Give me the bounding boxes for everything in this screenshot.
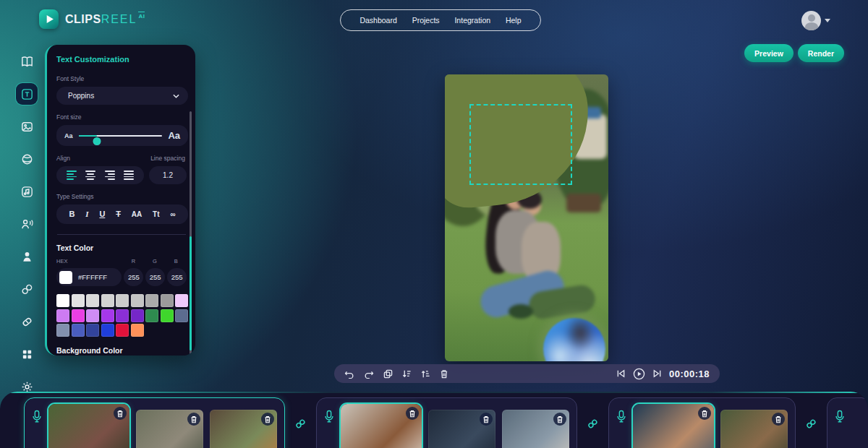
nav-projects[interactable]: Projects (412, 16, 440, 25)
color-swatch[interactable] (131, 294, 144, 307)
color-swatch[interactable] (175, 294, 188, 307)
color-swatch[interactable] (56, 324, 69, 337)
thumbnail-delete-icon[interactable] (406, 407, 419, 420)
delete-icon[interactable] (440, 369, 448, 379)
color-swatch[interactable] (116, 294, 129, 307)
color-swatch[interactable] (161, 309, 174, 322)
line-spacing-value: 1.2 (163, 171, 173, 179)
lowercase-button[interactable]: ∞ (170, 211, 175, 218)
scene-link-icon[interactable] (805, 418, 817, 430)
text-color-hex-input[interactable]: #FFFFFF (56, 268, 122, 286)
microphone-icon[interactable] (324, 410, 334, 423)
uppercase-button[interactable]: AA (132, 211, 142, 218)
media-image-icon[interactable] (16, 116, 38, 137)
skip-end-icon[interactable] (652, 369, 662, 378)
thumbnail-delete-icon[interactable] (553, 413, 566, 426)
font-size-slider[interactable] (79, 135, 163, 137)
bold-button[interactable]: B (69, 210, 75, 218)
avatar[interactable] (801, 11, 821, 30)
timeline-thumbnail-couple-outdoors[interactable] (720, 410, 788, 448)
thumbnail-delete-icon[interactable] (772, 413, 785, 426)
capitalize-button[interactable]: Tt (153, 211, 159, 218)
link-icon[interactable] (16, 278, 38, 300)
preview-button[interactable]: Preview (744, 44, 793, 62)
color-swatch[interactable] (145, 309, 158, 322)
nav-help[interactable]: Help (506, 16, 522, 25)
duplicate-icon[interactable] (383, 369, 393, 379)
thumbnail-delete-icon[interactable] (698, 407, 711, 420)
color-swatch[interactable] (56, 294, 69, 307)
user-menu[interactable] (801, 11, 830, 30)
microphone-icon[interactable] (616, 410, 626, 423)
align-justify-button[interactable] (124, 171, 134, 179)
align-left-button[interactable] (67, 171, 77, 179)
timeline-thumbnail-orange-handoff[interactable] (210, 410, 277, 448)
color-swatch[interactable] (86, 294, 99, 307)
align-right-button[interactable] (105, 171, 115, 179)
strikethrough-button[interactable]: T (116, 210, 121, 218)
timeline-thumbnail-handshake[interactable] (633, 404, 714, 448)
app-logo[interactable]: CLIPSREELAI (39, 9, 145, 29)
nav-dashboard[interactable]: Dashboard (359, 16, 396, 25)
color-palette (56, 294, 187, 337)
color-swatch[interactable] (101, 324, 114, 337)
character-icon[interactable] (16, 246, 38, 267)
color-swatch[interactable] (72, 294, 85, 307)
thumbnail-delete-icon[interactable] (480, 413, 493, 426)
timeline-thumbnail-person-at-window[interactable] (502, 410, 569, 448)
skip-start-icon[interactable] (616, 369, 626, 378)
thumbnail-delete-icon[interactable] (261, 413, 274, 426)
font-style-select[interactable]: Poppins (56, 87, 188, 105)
timeline-thumbnail-dim-indoor-crowd[interactable] (428, 410, 495, 448)
scene-link-icon[interactable] (294, 418, 307, 430)
color-swatch[interactable] (72, 309, 85, 322)
nav-integration[interactable]: Integration (454, 16, 490, 25)
music-icon[interactable] (16, 181, 38, 202)
color-swatch[interactable] (72, 324, 85, 337)
color-swatch[interactable] (101, 294, 114, 307)
line-spacing-input[interactable]: 1.2 (149, 166, 187, 184)
render-button[interactable]: Render (798, 44, 844, 62)
color-swatch[interactable] (86, 309, 99, 322)
color-swatch[interactable] (145, 294, 158, 307)
color-swatch[interactable] (116, 324, 129, 337)
video-preview-canvas[interactable] (445, 74, 608, 361)
apps-grid-icon[interactable] (16, 343, 38, 365)
panel-scrollbar-thumb[interactable] (190, 236, 192, 350)
italic-button[interactable]: I (85, 210, 88, 218)
timeline-thumbnail-man-with-cow[interactable] (341, 404, 422, 448)
color-swatch[interactable] (101, 309, 114, 322)
text-color-g-input[interactable]: 255 (145, 268, 165, 286)
timeline-thumbnail-family-hug-lawn[interactable] (48, 404, 129, 448)
text-color-r-input[interactable]: 255 (124, 268, 143, 286)
voiceover-icon[interactable] (16, 213, 38, 235)
color-swatch[interactable] (161, 294, 174, 307)
scene-globe-icon[interactable] (16, 148, 38, 170)
thumbnail-delete-icon[interactable] (187, 413, 200, 426)
color-swatch[interactable] (175, 309, 188, 322)
text-icon[interactable] (16, 83, 38, 105)
text-selection-box[interactable] (469, 104, 572, 185)
color-swatch[interactable] (86, 324, 99, 337)
microphone-icon[interactable] (835, 410, 845, 423)
align-center-button[interactable] (85, 171, 95, 179)
color-swatch[interactable] (116, 309, 129, 322)
color-swatch[interactable] (56, 309, 69, 322)
color-swatch[interactable] (131, 309, 144, 322)
bring-forward-icon[interactable] (421, 369, 430, 379)
microphone-icon[interactable] (32, 410, 42, 423)
tag-icon[interactable] (16, 311, 38, 332)
script-book-icon[interactable] (16, 51, 38, 72)
send-backward-icon[interactable] (402, 369, 412, 379)
redo-icon[interactable] (364, 369, 374, 379)
text-color-b-input[interactable]: 255 (167, 268, 187, 286)
underline-button[interactable]: U (99, 210, 105, 218)
timeline-thumbnail-christmas-livingroom[interactable] (136, 410, 203, 448)
undo-icon[interactable] (344, 369, 354, 379)
play-button[interactable] (633, 368, 645, 380)
slider-thumb[interactable] (93, 137, 101, 145)
color-swatch[interactable] (131, 324, 144, 337)
thumbnail-delete-icon[interactable] (114, 407, 127, 420)
text-color-swatch[interactable] (59, 271, 72, 284)
scene-link-icon[interactable] (587, 418, 599, 430)
